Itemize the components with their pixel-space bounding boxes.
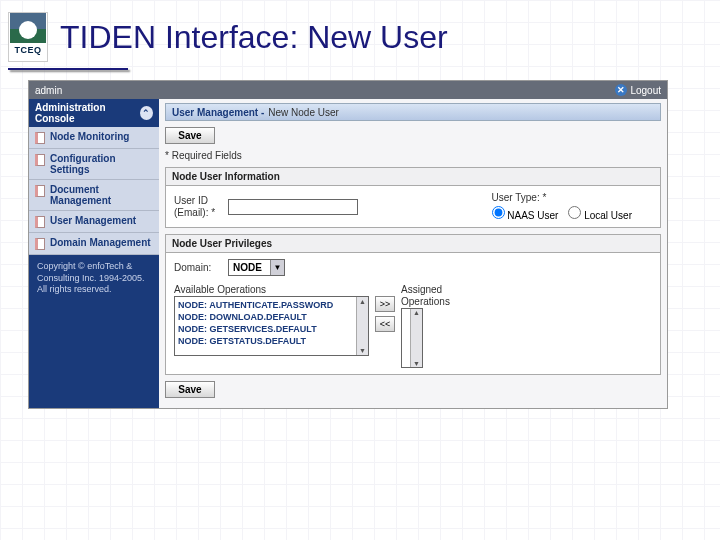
doc-icon: [35, 132, 45, 144]
content-pane: User Management - New Node User Save * R…: [159, 99, 667, 408]
doc-icon: [35, 154, 45, 166]
doc-icon: [35, 238, 45, 250]
list-item[interactable]: NODE: GETSTATUS.DEFAULT: [178, 335, 365, 347]
close-icon: ✕: [615, 84, 627, 96]
assigned-ops-listbox[interactable]: ▲▼: [401, 308, 423, 368]
sidebar-item-node-monitoring[interactable]: Node Monitoring: [29, 127, 159, 149]
sidebar-item-user-management[interactable]: User Management: [29, 211, 159, 233]
move-left-button[interactable]: <<: [375, 316, 395, 332]
save-button-bottom[interactable]: Save: [165, 381, 215, 398]
assigned-ops-label: Assigned Operations: [401, 284, 461, 308]
sidebar-item-configuration-settings[interactable]: Configuration Settings: [29, 149, 159, 180]
doc-icon: [35, 185, 45, 197]
available-ops-listbox[interactable]: NODE: AUTHENTICATE.PASSWORD NODE: DOWNLO…: [174, 296, 369, 356]
doc-icon: [35, 216, 45, 228]
sidebar-footer: Copyright © enfoTech & Consulting Inc. 1…: [29, 255, 159, 408]
topbar: admin ✕ Logout: [29, 81, 667, 99]
user-id-input[interactable]: [228, 199, 358, 215]
radio-local-user[interactable]: Local User: [568, 206, 632, 221]
sidebar-header[interactable]: Administration Console ⌃: [29, 99, 159, 127]
user-type-label: User Type: *: [492, 192, 633, 204]
user-info-section: Node User Information User ID (Email): *…: [165, 167, 661, 228]
page-banner: User Management - New Node User: [165, 103, 661, 121]
scroll-up-icon[interactable]: ▲: [413, 309, 420, 316]
sidebar-item-domain-management[interactable]: Domain Management: [29, 233, 159, 255]
current-user: admin: [35, 85, 62, 96]
page-title: TIDEN Interface: New User: [60, 19, 448, 56]
save-button[interactable]: Save: [165, 127, 215, 144]
logout-link[interactable]: ✕ Logout: [615, 84, 661, 96]
scroll-down-icon[interactable]: ▼: [413, 360, 420, 367]
section-header-user-info: Node User Information: [166, 168, 660, 186]
sidebar: Administration Console ⌃ Node Monitoring…: [29, 99, 159, 408]
radio-naas-user[interactable]: NAAS User: [492, 206, 559, 221]
chevron-down-icon: ▼: [270, 260, 284, 275]
scrollbar[interactable]: ▲▼: [356, 297, 368, 355]
privileges-section: Node User Privileges Domain: NODE ▼ Avai…: [165, 234, 661, 375]
chevron-up-icon[interactable]: ⌃: [140, 106, 153, 120]
sidebar-item-document-management[interactable]: Document Management: [29, 180, 159, 211]
tceq-logo: TCEQ: [8, 12, 48, 62]
section-header-privileges: Node User Privileges: [166, 235, 660, 253]
list-item[interactable]: NODE: GETSERVICES.DEFAULT: [178, 323, 365, 335]
scrollbar[interactable]: ▲▼: [410, 309, 422, 367]
app-window: admin ✕ Logout Administration Console ⌃ …: [28, 80, 668, 409]
title-underline: [8, 68, 128, 70]
required-note: * Required Fields: [165, 150, 661, 161]
list-item[interactable]: NODE: DOWNLOAD.DEFAULT: [178, 311, 365, 323]
available-ops-label: Available Operations: [174, 284, 369, 296]
logout-label: Logout: [630, 85, 661, 96]
domain-select[interactable]: NODE ▼: [228, 259, 285, 276]
scroll-up-icon[interactable]: ▲: [359, 297, 366, 306]
domain-label: Domain:: [174, 262, 224, 274]
user-id-label: User ID (Email): *: [174, 195, 224, 219]
scroll-down-icon[interactable]: ▼: [359, 346, 366, 355]
move-right-button[interactable]: >>: [375, 296, 395, 312]
list-item[interactable]: NODE: AUTHENTICATE.PASSWORD: [178, 299, 365, 311]
logo-text: TCEQ: [14, 45, 41, 55]
